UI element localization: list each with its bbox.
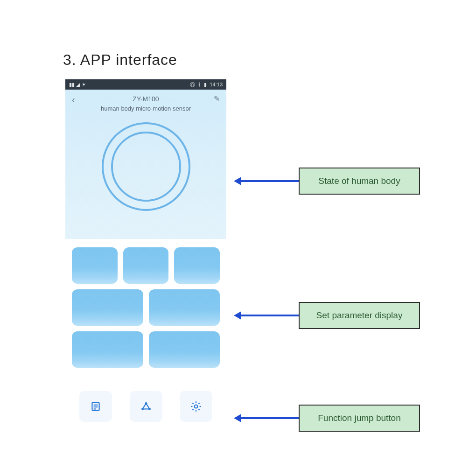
list-icon xyxy=(90,400,102,413)
svg-line-7 xyxy=(142,404,146,409)
back-button[interactable]: ‹ xyxy=(72,94,82,105)
param-tile[interactable] xyxy=(174,247,220,284)
inner-ring-icon xyxy=(111,132,181,202)
svg-line-18 xyxy=(198,403,199,404)
nfc-icon: ⓝ xyxy=(190,81,195,88)
pencil-icon: ✎ xyxy=(214,95,220,103)
param-tile[interactable] xyxy=(72,289,143,326)
svg-line-8 xyxy=(146,404,150,409)
function-button-bar xyxy=(65,391,226,422)
annotation-label-state: State of human body xyxy=(299,168,420,195)
app-title: ZY-M100 human body micro-motion sensor xyxy=(82,94,210,113)
phone-status-bar: ▮▮ ◢ ✶ ⓝ ᚼ ▮ 14:13 xyxy=(65,79,226,90)
gear-icon xyxy=(190,400,202,413)
annotation-label-parameter: Set parameter display xyxy=(299,302,420,329)
annotation-arrow xyxy=(240,315,299,316)
annotation-arrow xyxy=(240,180,299,182)
svg-point-10 xyxy=(195,405,198,408)
param-tile[interactable] xyxy=(149,331,220,368)
app-title-line2: human body micro-motion sensor xyxy=(82,104,210,113)
function-button-list[interactable] xyxy=(79,391,112,422)
param-tile[interactable] xyxy=(149,289,220,326)
app-header-area: ‹ ZY-M100 human body micro-motion sensor… xyxy=(65,90,226,239)
status-left-icons: ▮▮ ◢ ✶ xyxy=(69,82,86,88)
edit-button[interactable]: ✎ xyxy=(210,94,220,103)
svg-line-17 xyxy=(192,409,193,410)
annotation-arrow xyxy=(240,417,299,419)
app-nav-bar: ‹ ZY-M100 human body micro-motion sensor… xyxy=(65,90,226,118)
chevron-left-icon: ‹ xyxy=(72,94,75,105)
svg-line-16 xyxy=(198,409,199,410)
section-heading: 3. APP interface xyxy=(63,51,177,69)
function-button-settings[interactable] xyxy=(180,391,212,422)
param-tile[interactable] xyxy=(123,247,169,284)
status-time: 14:13 xyxy=(210,82,223,87)
function-button-share[interactable] xyxy=(130,391,162,422)
phone-mockup: ▮▮ ◢ ✶ ⓝ ᚼ ▮ 14:13 ‹ ZY-M100 human body … xyxy=(65,79,226,439)
param-tile[interactable] xyxy=(72,247,118,284)
battery-icon: ▮ xyxy=(204,82,207,88)
wifi-icon: ✶ xyxy=(82,82,86,88)
state-indicator-area xyxy=(65,118,226,211)
parameter-grid xyxy=(65,239,226,372)
app-title-line1: ZY-M100 xyxy=(82,94,210,104)
bluetooth-icon: ᚼ xyxy=(198,82,201,87)
status-right-icons: ⓝ ᚼ ▮ 14:13 xyxy=(190,81,223,88)
share-icon xyxy=(140,400,152,413)
annotation-label-function: Function jump button xyxy=(299,405,420,432)
signal-icon: ▮▮ ◢ xyxy=(69,82,80,88)
state-indicator-circle xyxy=(102,122,190,211)
param-tile[interactable] xyxy=(72,331,143,368)
svg-line-15 xyxy=(192,403,193,404)
